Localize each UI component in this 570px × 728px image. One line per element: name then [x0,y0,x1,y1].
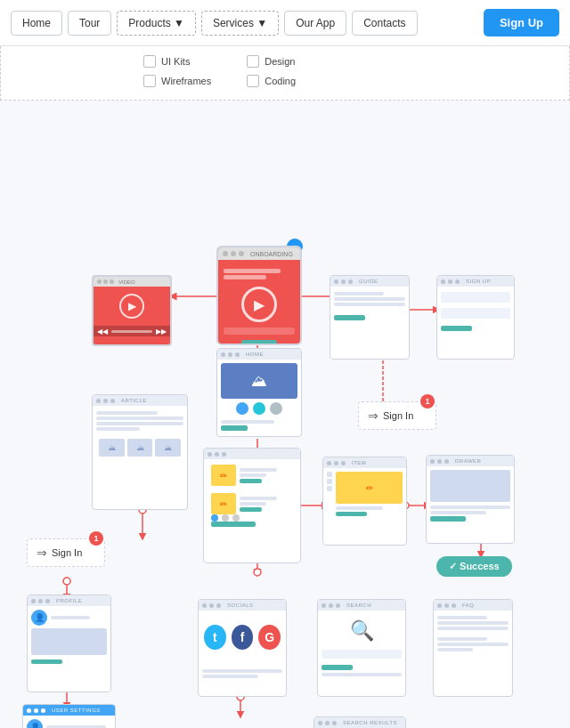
home-card: HOME ⛰ [216,348,302,437]
svg-point-18 [63,578,70,585]
nav-ourapp[interactable]: Our App [284,11,346,36]
checkbox-coding[interactable] [247,75,259,87]
hero-card: ONBOARDING ▶ [216,246,302,345]
video-controls: ◀◀ ▶▶ [94,326,170,336]
signin-label-right: Sign In [383,410,413,421]
hero-cta-btn [241,340,277,345]
search-titlebar: SEARCH [318,600,405,611]
signup-titlebar: SIGN UP [437,276,514,287]
search-results-card: SEARCH RESULTS [314,716,406,728]
video-title: VIDEO [118,279,135,285]
facebook-icon: f [232,625,254,650]
article-titlebar: ARTICLE [93,395,187,406]
signin-icon-right: ⇒ [368,408,379,423]
navbar: Home Tour Products ▼ Services ▼ Our App … [0,0,570,46]
dropdown-col-2: Design Coding [247,55,296,87]
article-img-3: ⛰ [155,439,181,457]
faq-card: FAQ [433,599,513,697]
home-card-titlebar: HOME [217,349,301,360]
checkbox-wireframes[interactable] [143,75,156,87]
profile-titlebar: PROFILE [28,595,110,606]
twitter-icon: t [204,625,226,650]
nav-tour[interactable]: Tour [68,11,111,36]
hero-progress-bar [224,328,295,335]
settings-avatar: 👤 [27,719,43,728]
circle-gray [270,402,282,415]
guide-titlebar: GUIDE [330,276,409,287]
dropdown-design[interactable]: Design [247,55,296,68]
drawer-titlebar: DRAWER [427,456,514,466]
search-card: SEARCH 🔍 [317,599,406,697]
video-play-icon: ▶ [119,294,144,319]
signin-icon-left: ⇒ [37,546,47,560]
nav-services[interactable]: Services ▼ [201,11,279,36]
google-icon: G [258,625,281,650]
profile-card: PROFILE 👤 [27,595,111,692]
item-img: ✏ [336,472,403,504]
nav-home[interactable]: Home [11,11,62,36]
success-check-icon: ✓ [449,561,460,571]
laptop-img: ⛰ [221,363,297,399]
hero-title: ONBOARDING [250,251,293,257]
diagram: ⌂ ONBOARDING ▶ VIDEO ▶ ◀◀ ▶▶ [0,101,570,728]
shop-img-2: ✏ [211,493,236,514]
faq-titlebar: FAQ [434,600,512,611]
checkbox-uikits[interactable] [143,55,156,68]
signin-label-left: Sign In [52,547,82,558]
settings-card: USER SETTINGS 👤 [22,704,116,728]
guide-card: GUIDE [330,275,410,360]
signup-button[interactable]: Sign Up [484,9,559,36]
circle-blue [236,402,248,415]
article-img-2: ⛰ [127,439,153,457]
search-results-titlebar: SEARCH RESULTS [314,717,405,728]
nav-contacts[interactable]: Contacts [352,11,417,36]
hero-titlebar: ONBOARDING [218,247,300,260]
profile-avatar: 👤 [31,610,47,626]
num-badge-1: 1 [420,394,435,408]
num-badge-left: 1 [89,531,103,546]
socials-titlebar: SOCIALS [199,600,286,611]
item-card: ITEM ✏ [322,457,407,546]
socials-card: SOCIALS t f G [198,599,287,697]
search-icon-large: 🔍 [322,614,402,648]
drawer-card: DRAWER [426,455,515,544]
hero-body: ▶ [218,260,300,345]
settings-titlebar: USER SETTINGS [23,705,115,716]
article-card: ARTICLE ⛰ ⛰ ⛰ [92,394,188,510]
shop-titlebar [204,449,300,459]
dropdown-wireframes[interactable]: Wireframes [143,75,211,87]
dropdown-col-1: UI Kits Wireframes [143,55,211,87]
video-titlebar: VIDEO [94,277,170,287]
video-card: VIDEO ▶ ◀◀ ▶▶ [92,275,172,346]
svg-point-17 [254,569,261,576]
dropdown-menu: UI Kits Wireframes Design Coding [0,46,570,101]
mountain-icon: ⛰ [251,372,267,391]
article-img-1: ⛰ [99,439,125,457]
shop-img-1: ✏ [211,465,236,486]
dropdown-coding[interactable]: Coding [247,75,296,87]
success-label: Success [460,561,500,571]
checkbox-design[interactable] [247,55,259,68]
dropdown-uikits[interactable]: UI Kits [143,55,211,68]
success-badge: ✓ Success [436,556,512,577]
shop-card: ✏ ✏ [203,448,301,563]
signup-card: SIGN UP [436,275,515,360]
circle-teal [253,402,265,415]
hero-play-icon: ▶ [241,287,277,322]
item-titlebar: ITEM [323,457,406,468]
nav-products[interactable]: Products ▼ [117,11,196,36]
